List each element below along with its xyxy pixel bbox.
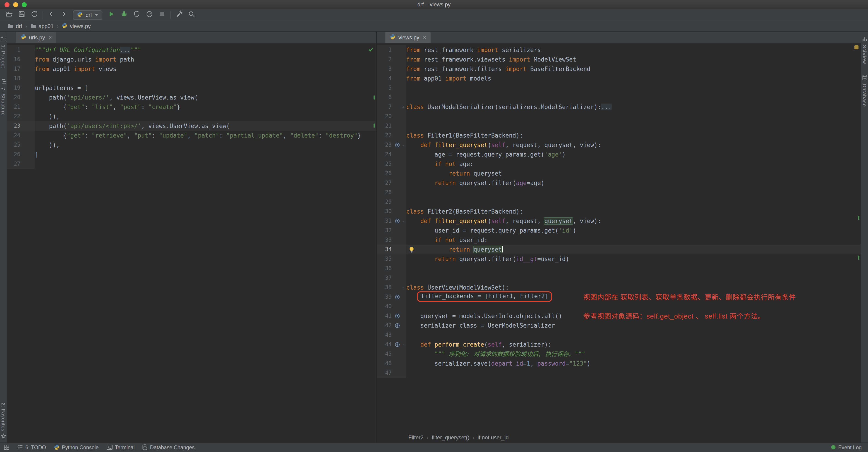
code-line[interactable]: 26]: [7, 150, 376, 159]
code-line[interactable]: 23- def filter_queryset(self, request, q…: [377, 140, 861, 150]
fold-icon[interactable]: -: [400, 140, 406, 150]
code-line[interactable]: 22class Filter1(BaseFilterBackend):: [377, 131, 861, 140]
code-line[interactable]: 43: [377, 330, 861, 340]
line-number[interactable]: 39: [377, 292, 394, 302]
line-number[interactable]: 24: [7, 131, 23, 140]
line-number[interactable]: 20: [7, 93, 23, 102]
code-line[interactable]: 27: [7, 159, 376, 169]
line-number[interactable]: 26: [377, 169, 394, 178]
code-line[interactable]: 46 serializer.save(depart_id=1, password…: [377, 359, 861, 368]
status-item-python-console[interactable]: Python Console: [54, 444, 98, 451]
code-line[interactable]: 42 serializer_class = UserModelSerialize…: [377, 321, 861, 330]
line-number[interactable]: 30: [377, 207, 394, 216]
line-number[interactable]: 27: [377, 178, 394, 188]
zoom-window-button[interactable]: [22, 2, 27, 7]
debug-button[interactable]: [119, 9, 129, 20]
code-line[interactable]: 1from rest_framework import serializers: [377, 45, 861, 55]
search-button[interactable]: [186, 9, 197, 20]
line-number[interactable]: 22: [377, 131, 394, 140]
line-number[interactable]: 47: [377, 368, 394, 378]
code-line[interactable]: 21: [377, 121, 861, 131]
line-number[interactable]: 44: [377, 340, 394, 349]
line-number[interactable]: 21: [377, 121, 394, 131]
status-item-todo[interactable]: 6: TODO: [17, 444, 46, 451]
breadcrumb-item-drf[interactable]: drf: [6, 23, 24, 30]
intention-bulb-icon[interactable]: [409, 246, 414, 253]
coverage-button[interactable]: [131, 9, 142, 20]
code-line[interactable]: 38-class UserView(ModelViewSet):: [377, 283, 861, 292]
line-number[interactable]: 23: [377, 140, 394, 150]
code-line[interactable]: 45 """ 序列化: 对请求的数据校验成功后, 执行保存。""": [377, 349, 861, 359]
line-number[interactable]: 38: [377, 283, 394, 292]
settings-button[interactable]: [174, 9, 184, 20]
line-number[interactable]: 33: [377, 235, 394, 245]
line-number[interactable]: 22: [7, 112, 23, 121]
line-number[interactable]: 36: [377, 264, 394, 273]
code-line[interactable]: 36: [377, 264, 861, 273]
code-line[interactable]: 16from django.urls import path: [7, 55, 376, 64]
fold-icon[interactable]: -: [400, 340, 406, 349]
line-number[interactable]: 34: [377, 245, 394, 254]
line-number[interactable]: 25: [377, 159, 394, 169]
line-number[interactable]: 46: [377, 359, 394, 368]
line-number[interactable]: 3: [377, 64, 394, 74]
line-number[interactable]: 28: [377, 188, 394, 197]
tool-button-structure[interactable]: 7: Structure: [1, 79, 6, 116]
status-item-terminal[interactable]: Terminal: [106, 444, 135, 451]
open-button[interactable]: [4, 9, 14, 20]
stop-button[interactable]: [157, 9, 167, 20]
code-line[interactable]: 24 age = request.query_params.get('age'): [377, 150, 861, 159]
code-line[interactable]: 1"""drf URL Configuration...""": [7, 45, 376, 55]
line-number[interactable]: 45: [377, 349, 394, 359]
line-number[interactable]: 40: [377, 302, 394, 311]
sync-button[interactable]: [29, 9, 40, 20]
code-line[interactable]: 32 user_id = request.query_params.get('i…: [377, 226, 861, 235]
code-line[interactable]: 25 )),: [7, 140, 376, 150]
line-number[interactable]: 19: [7, 83, 23, 93]
tool-window-switcher[interactable]: [4, 444, 9, 451]
tab-urls-py[interactable]: urls.py ×: [16, 32, 56, 43]
line-number[interactable]: 1: [377, 45, 394, 55]
line-number[interactable]: 16: [7, 55, 23, 64]
code-editor-views[interactable]: 1from rest_framework import serializers2…: [377, 43, 861, 432]
code-line[interactable]: 25 if not age:: [377, 159, 861, 169]
code-line[interactable]: 24 {"get": "retrieve", "put": "update", …: [7, 131, 376, 140]
line-number[interactable]: 42: [377, 321, 394, 330]
code-line[interactable]: 40: [377, 302, 861, 311]
line-number[interactable]: 25: [7, 140, 23, 150]
fold-icon[interactable]: -: [400, 216, 406, 226]
code-line[interactable]: 29: [377, 197, 861, 207]
line-number[interactable]: 21: [7, 102, 23, 112]
fold-icon[interactable]: -: [400, 283, 406, 292]
line-number[interactable]: 18: [7, 74, 23, 83]
code-line[interactable]: 18: [7, 74, 376, 83]
line-number[interactable]: 37: [377, 273, 394, 283]
fold-icon[interactable]: +: [400, 102, 406, 112]
status-item-database-changes[interactable]: Database Changes: [143, 444, 195, 451]
back-button[interactable]: [46, 9, 57, 20]
code-line[interactable]: 7+class UserModelSerializer(serializers.…: [377, 102, 861, 112]
code-editor-urls[interactable]: 1"""drf URL Configuration..."""16from dj…: [7, 43, 376, 443]
code-line[interactable]: 39 filter_backends = [Filter1, Filter2]视…: [377, 292, 861, 302]
breadcrumb-item-views-py[interactable]: views.py: [60, 23, 92, 30]
code-line[interactable]: 35 return queryset.filter(id__gt=user_id…: [377, 254, 861, 264]
tool-button-project[interactable]: 1: Project: [0, 36, 6, 68]
editor-breadcrumb-item[interactable]: Filter2: [408, 434, 424, 441]
editor-breadcrumb-item[interactable]: if not user_id: [477, 434, 508, 441]
profiler-button[interactable]: [144, 9, 155, 20]
tool-button-favorites[interactable]: 2: Favorites: [1, 402, 6, 440]
code-line[interactable]: 34 return queryset: [377, 245, 861, 254]
line-number[interactable]: 4: [377, 74, 394, 83]
close-window-button[interactable]: [4, 2, 9, 7]
line-number[interactable]: 5: [377, 83, 394, 93]
code-line[interactable]: 3from rest_framework.filters import Base…: [377, 64, 861, 74]
editor-breadcrumb-item[interactable]: filter_queryset(): [432, 434, 469, 441]
line-number[interactable]: 7: [377, 102, 394, 112]
tool-button-database[interactable]: Database: [862, 75, 867, 107]
code-line[interactable]: 44- def perform_create(self, serializer)…: [377, 340, 861, 349]
minimize-window-button[interactable]: [13, 2, 18, 7]
line-number[interactable]: 41: [377, 311, 394, 321]
code-line[interactable]: 33 if not user_id:: [377, 235, 861, 245]
line-number[interactable]: 20: [377, 112, 394, 121]
code-line[interactable]: 26 return queryset: [377, 169, 861, 178]
